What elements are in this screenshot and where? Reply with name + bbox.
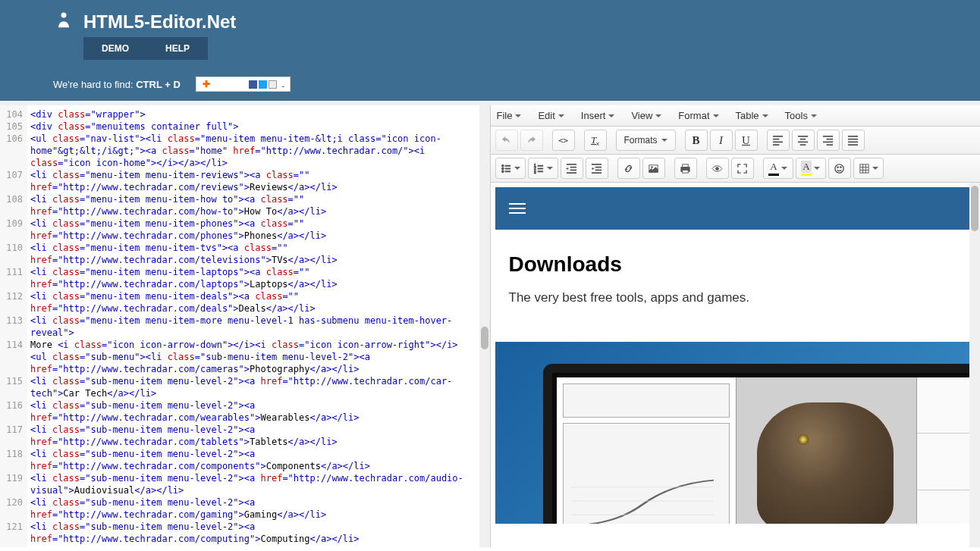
svg-point-16 [840,166,841,167]
editor-menubar: FileEditInsertViewFormatTableTools [491,105,981,127]
menu-insert[interactable]: Insert [581,110,615,121]
emoticon-button[interactable] [828,158,851,179]
fullscreen-button[interactable] [731,158,754,179]
code-line[interactable]: <li class="menu-item menu-item-reviews">… [30,169,476,193]
code-line[interactable]: <div class="menuitems container full"> [30,121,476,133]
menu-file[interactable]: File [497,110,522,121]
menu-view[interactable]: View [631,110,661,121]
preview-button[interactable] [706,158,729,179]
text-color-button[interactable]: A [763,158,793,179]
formats-dropdown[interactable]: Formats [616,130,676,151]
svg-point-14 [835,164,843,172]
source-code-pane[interactable]: 1041051061071081091101111121131141151161… [0,105,491,547]
table-insert-button[interactable] [853,158,884,179]
image-button[interactable] [642,158,665,179]
svg-point-0 [61,13,67,18]
email-icon [269,80,277,89]
preview-content[interactable]: Downloads The very best free tools, apps… [491,183,981,547]
svg-point-4 [501,170,504,172]
code-line[interactable]: <li class="menu-item menu-item-laptops">… [30,266,476,290]
svg-point-2 [501,164,504,167]
menu-tools[interactable]: Tools [785,110,817,121]
code-line[interactable]: <li class="sub-menu-item menu-level-2"><… [30,521,476,545]
code-line[interactable]: <li class="sub-menu-item menu-level-2"><… [30,424,476,448]
preview-heading: Downloads [509,252,963,277]
preview-nav-bar [495,187,976,230]
code-line[interactable]: <div class="wrapper"> [30,108,476,121]
hamburger-icon[interactable] [509,203,526,214]
bold-button[interactable]: B [685,130,708,151]
background-color-button[interactable]: A [796,158,826,179]
link-button[interactable] [617,158,640,179]
align-center-button[interactable] [792,130,815,151]
bookmark-hint: We're hard to find: CTRL + D [53,79,181,90]
code-line[interactable]: <li class="menu-item menu-item-tvs"><a c… [30,242,476,266]
align-justify-button[interactable] [842,130,865,151]
bullet-list-button[interactable] [495,158,526,179]
indent-button[interactable] [586,158,608,179]
logo-icon [53,11,74,33]
svg-point-13 [716,167,719,170]
menu-table[interactable]: Table [736,110,768,121]
code-line[interactable]: More <i class="icon icon-arrow-down"></i… [30,339,476,375]
wysiwyg-pane: FileEditInsertViewFormatTableTools <> Tx… [491,105,981,547]
svg-rect-1 [60,25,67,27]
code-line[interactable]: <ul class="nav-list"><li class="menu-ite… [30,133,476,169]
demo-button[interactable]: DEMO [83,37,147,60]
italic-button[interactable]: I [710,130,733,151]
editor-toolbar-row1: <> Tx Formats B I U [491,127,981,155]
code-line[interactable]: <li class="menu-item menu-item-how to"><… [30,193,476,218]
outdent-button[interactable] [561,158,583,179]
numbered-list-button[interactable]: 123 [528,158,558,179]
preview-hero-image [495,342,976,524]
svg-point-3 [501,167,504,170]
site-header: HTML5-Editor.Net DEMO HELP We're hard to… [0,0,980,101]
preview-scrollbar[interactable] [969,183,980,547]
svg-point-9 [652,166,653,167]
code-line[interactable]: <li class="menu-item menu-item-deals"><a… [30,290,476,315]
plus-icon: ✚ [203,79,210,89]
help-button[interactable]: HELP [147,37,208,60]
redo-button[interactable] [520,130,543,151]
share-button[interactable]: ✚ SHARE ... [196,77,291,92]
twitter-icon [259,80,267,89]
preview-scrollbar-thumb[interactable] [971,186,978,231]
sourcecode-button[interactable]: <> [552,130,575,151]
code-line[interactable]: <li class="menu-item menu-item-more menu… [30,315,476,339]
code-line[interactable]: <li class="sub-menu-item menu-level-2"><… [30,448,476,472]
code-line[interactable]: <li class="menu-item menu-item-phones"><… [30,218,476,242]
code-line[interactable]: <li class="sub-menu-item menu-level-2"><… [30,375,476,399]
line-gutter: 1041051061071081091101111121131141151161… [0,105,27,547]
header-nav: DEMO HELP [83,37,927,60]
code-editor[interactable]: <div class="wrapper"><div class="menuite… [27,105,479,547]
svg-rect-17 [859,164,868,172]
main-split: 1041051061071081091101111121131141151161… [0,101,980,547]
code-line[interactable]: <li class="sub-menu-item menu-level-2"><… [30,496,476,521]
menu-format[interactable]: Format [678,110,718,121]
code-line[interactable]: <li class="sub-menu-item menu-level-2"><… [30,472,476,496]
preview-subtext: The very best free tools, apps and games… [509,290,963,305]
clear-formatting-button[interactable]: Tx [584,130,607,151]
align-right-button[interactable] [817,130,840,151]
editor-toolbar-row2: 123 A A [491,155,981,183]
print-button[interactable] [674,158,697,179]
facebook-icon [249,80,257,89]
svg-point-15 [837,166,839,167]
svg-rect-10 [683,164,689,167]
svg-text:3: 3 [533,171,536,174]
undo-button[interactable] [495,130,518,151]
svg-rect-12 [683,170,689,173]
code-line[interactable]: <li class="sub-menu-item menu-level-2"><… [30,399,476,424]
menu-edit[interactable]: Edit [538,110,564,121]
scrollbar-thumb[interactable] [481,327,488,349]
align-left-button[interactable] [767,130,790,151]
code-scrollbar[interactable] [479,105,490,547]
site-title: HTML5-Editor.Net [83,11,236,33]
underline-button[interactable]: U [735,130,758,151]
